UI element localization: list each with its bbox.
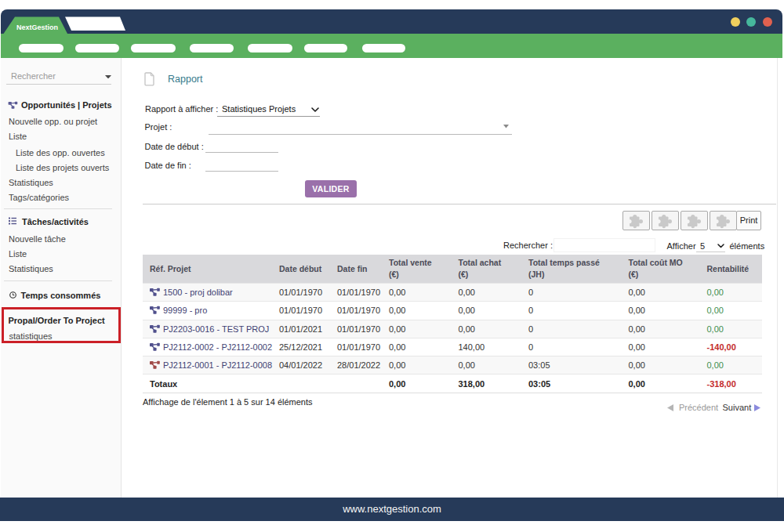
svg-text:NextGestion: NextGestion	[16, 24, 58, 31]
